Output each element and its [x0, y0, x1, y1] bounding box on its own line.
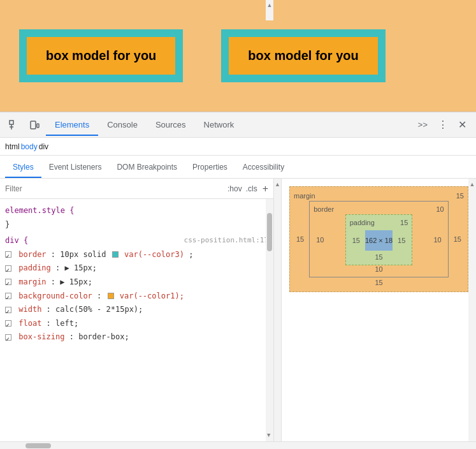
bm-margin-bottom[interactable]: 15: [375, 279, 382, 286]
filter-bar: :hov .cls + ▲: [0, 179, 273, 199]
checkbox-float[interactable]: [5, 320, 11, 327]
bm-padding-right[interactable]: 15: [395, 237, 408, 244]
scroll-thumb[interactable]: [267, 213, 272, 251]
css-prop-background: background-color : var(--color1);: [5, 290, 268, 304]
scroll-indicator[interactable]: ▼: [266, 199, 273, 441]
bm-padding-top[interactable]: 15: [400, 219, 408, 226]
bm-padding: padding 15 15 162 × 18: [345, 214, 413, 265]
css-prop-float: float : left;: [5, 317, 268, 331]
checkbox-padding[interactable]: [5, 265, 11, 272]
bm-border-label: border: [314, 205, 334, 213]
box-demo-1: box model for you: [19, 29, 183, 82]
hov-button[interactable]: :hov: [227, 184, 242, 193]
bm-padding-label: padding: [350, 219, 375, 226]
main-content: :hov .cls + ▲ element.style { } div {: [0, 179, 476, 441]
breadcrumb-div[interactable]: div: [39, 142, 48, 151]
close-devtools-button[interactable]: ✕: [453, 116, 471, 134]
checkbox-width[interactable]: [5, 307, 11, 313]
right-panel-scrollbar[interactable]: ▲: [468, 179, 476, 441]
devtools-top-actions: >> ⋮ ✕: [413, 116, 471, 134]
scroll-up-arrow[interactable]: ▲: [275, 179, 280, 190]
element-style-selector: element.style {: [5, 204, 268, 218]
bm-margin-top[interactable]: 15: [456, 192, 464, 200]
bm-margin-right[interactable]: 15: [451, 235, 464, 243]
box-demo-2: box model for you: [221, 29, 385, 82]
svg-rect-4: [37, 124, 39, 128]
bm-border-top[interactable]: 10: [436, 205, 444, 213]
box-inner-2: box model for you: [229, 37, 377, 75]
css-prop-box-sizing: box-sizing : border-box;: [5, 330, 268, 344]
tab-network[interactable]: Network: [195, 115, 243, 136]
checkbox-box-sizing[interactable]: [5, 334, 11, 341]
bm-padding-bottom[interactable]: 15: [375, 253, 382, 261]
css-prop-padding: padding : ▶ 15px;: [5, 261, 268, 276]
css-content: element.style { } div { css-position.htm…: [0, 199, 273, 441]
bm-border-bottom-row: 10: [314, 265, 444, 273]
css-prop-margin: margin : ▶ 15px;: [5, 276, 268, 290]
bottom-scrollbar[interactable]: [0, 441, 476, 449]
preview-area: box model for you box model for you: [0, 0, 476, 112]
tab-dom-breakpoints[interactable]: DOM Breakpoints: [109, 158, 185, 178]
device-icon[interactable]: [25, 116, 43, 134]
div-selector-line: div { css-position.html:17: [5, 234, 268, 248]
panel-tabs: Styles Event Listeners DOM Breakpoints P…: [0, 156, 476, 179]
breadcrumb-bar: html body div: [0, 138, 476, 156]
bm-margin-label: margin: [294, 192, 315, 200]
more-options-button[interactable]: ⋮: [434, 116, 452, 134]
svg-rect-0: [10, 121, 13, 124]
add-style-button[interactable]: +: [263, 183, 268, 195]
bm-border-bottom[interactable]: 10: [375, 265, 382, 273]
devtools-top-tabs: Elements Console Sources Network: [46, 114, 410, 135]
bm-margin-left[interactable]: 15: [294, 235, 307, 243]
right-scroll-strip: ▲: [274, 179, 282, 441]
bm-padding-middle: 15 162 × 18 15: [350, 228, 408, 253]
checkbox-border[interactable]: [5, 251, 11, 258]
bm-margin: margin 15 15 border 10: [289, 186, 468, 292]
bottom-scroll-thumb[interactable]: [25, 443, 51, 448]
tab-elements[interactable]: Elements: [46, 115, 98, 136]
tab-properties[interactable]: Properties: [185, 158, 235, 178]
bm-padding-top-row: padding 15: [350, 219, 408, 226]
cls-button[interactable]: .cls: [246, 184, 257, 193]
bm-padding-bottom-row: 15: [350, 253, 408, 261]
bm-border-right[interactable]: 10: [431, 236, 444, 244]
color-swatch-bg[interactable]: [108, 293, 114, 299]
breadcrumb-body[interactable]: body: [21, 142, 38, 151]
css-prop-border: border : 10px solid var(--color3) ;: [5, 248, 268, 262]
element-style-close: }: [5, 218, 268, 232]
bm-margin-middle: 15 border 10 10: [294, 201, 464, 277]
devtools-topbar: Elements Console Sources Network >> ⋮ ✕: [0, 112, 476, 138]
bm-border-label-row: border 10: [314, 205, 444, 213]
bm-content[interactable]: 162 × 18: [365, 230, 393, 251]
tab-accessibility[interactable]: Accessibility: [235, 158, 292, 178]
bm-border-middle: 10 padding 15 15: [314, 214, 444, 265]
css-prop-width: width : calc(50% - 2*15px);: [5, 303, 268, 317]
bm-margin-top-row: margin 15: [294, 191, 464, 201]
svg-rect-3: [31, 121, 36, 129]
right-scroll-up[interactable]: ▲: [468, 179, 476, 190]
tab-sources[interactable]: Sources: [147, 115, 195, 136]
inspector-icon[interactable]: [5, 116, 23, 134]
tab-console[interactable]: Console: [98, 115, 147, 136]
more-tabs-button[interactable]: >>: [413, 117, 433, 132]
filter-actions: :hov .cls: [227, 184, 257, 193]
bm-margin-bottom-row: 15: [294, 277, 464, 288]
checkbox-margin[interactable]: [5, 279, 11, 285]
tab-styles[interactable]: Styles: [5, 158, 41, 178]
box-model-container: margin 15 15 border 10: [282, 179, 476, 441]
breadcrumb-html[interactable]: html: [5, 142, 20, 151]
color-swatch-border[interactable]: [112, 251, 119, 258]
tab-event-listeners[interactable]: Event Listeners: [41, 158, 110, 178]
bm-padding-left[interactable]: 15: [350, 237, 363, 244]
checkbox-bg[interactable]: [5, 293, 11, 299]
bm-border-left[interactable]: 10: [314, 236, 326, 244]
right-panel: margin 15 15 border 10: [282, 179, 476, 441]
devtools-panel: Elements Console Sources Network >> ⋮ ✕ …: [0, 112, 476, 449]
left-panel: :hov .cls + ▲ element.style { } div {: [0, 179, 274, 441]
filter-input[interactable]: [5, 184, 222, 193]
box-inner-1: box model for you: [27, 37, 175, 75]
bm-border: border 10 10 padding 15: [309, 201, 449, 277]
